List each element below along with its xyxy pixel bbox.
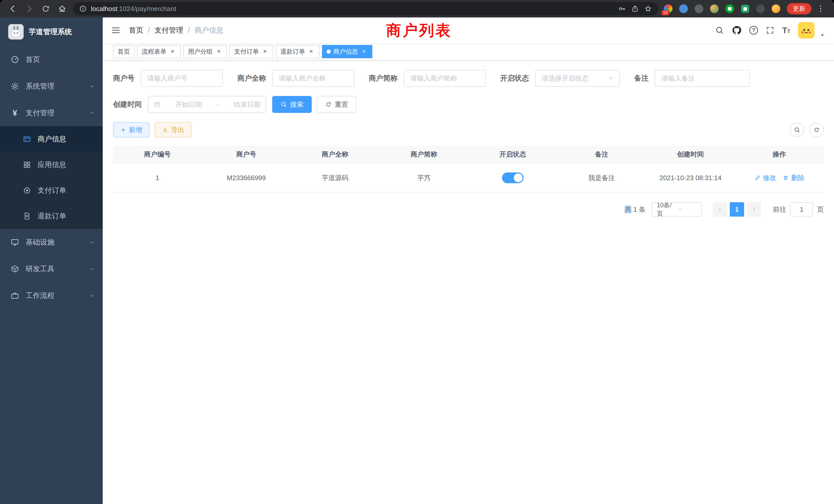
help-icon[interactable]: ? [749,26,758,35]
tab-close-icon[interactable]: × [169,48,176,55]
sidebar-collapse-icon[interactable] [111,25,121,35]
tab-pay-orders[interactable]: 支付订单× [229,45,273,58]
tags-view: 首页 流程表单× 用户分组× 支付订单× 退款订单× 商户信息× [103,43,834,61]
monitor-icon [10,238,20,247]
short-name-input[interactable] [404,70,486,87]
app-title: 芋道管理系统 [29,27,72,37]
refresh-icon [325,101,332,108]
delete-link[interactable]: 删除 [783,174,805,182]
chevron-down-icon [89,292,95,299]
search-button[interactable]: 搜索 [272,96,312,113]
extension-icon[interactable] [692,2,706,16]
chevron-down-icon [89,83,95,90]
sidebar-item-payment[interactable]: ¥ 支付管理 [0,99,103,126]
browser-back-button[interactable] [5,1,21,17]
cell-create-time: 2021-10-23 08:31:14 [646,163,735,193]
tab-close-icon[interactable]: × [261,48,269,55]
github-icon[interactable] [732,25,742,35]
extensions-bar: 10 [661,2,783,16]
tab-close-icon[interactable]: × [308,48,315,55]
sidebar-item-system[interactable]: 系统管理 [0,73,103,99]
status-select[interactable]: 请选择开启状态 [535,70,620,87]
extension-icon[interactable] [677,2,690,16]
status-toggle[interactable] [502,173,524,183]
sidebar-item-dev-tools[interactable]: 研发工具 [0,256,103,282]
cell-merchant-id: 1 [113,163,202,193]
share-icon[interactable] [631,5,639,13]
edit-link[interactable]: 修改 [754,174,776,182]
logo-rabbit-icon [8,24,24,40]
tab-refund-orders[interactable]: 退款订单× [276,45,320,58]
extension-icon[interactable]: 10 [661,2,675,16]
payment-submenu: 商户信息 应用信息 支付订单 退款订单 [0,126,103,229]
page-number-button[interactable]: 1 [730,202,744,216]
table-header-row: 商户编号 商户号 商户全称 商户简称 开启状态 备注 创建时间 操作 [113,146,824,163]
sidebar-item-merchant-info[interactable]: 商户信息 [0,126,103,152]
tab-merchant-info[interactable]: 商户信息× [322,45,372,58]
bookmark-star-icon[interactable] [644,5,652,13]
browser-update-button[interactable]: 更新 [787,3,811,14]
export-button[interactable]: 导出 [155,122,192,138]
cell-remark: 我是备注 [557,163,646,193]
create-time-range-picker[interactable]: 开始日期 - 结束日期 [148,96,266,113]
short-name-label: 商户简称 [369,73,397,83]
extension-icon[interactable] [723,2,737,16]
grid-icon [23,160,31,169]
sidebar-item-pay-orders[interactable]: 支付订单 [0,178,103,203]
avatar-caret-icon[interactable] [819,32,826,39]
add-button[interactable]: 新增 [113,122,150,138]
reset-button[interactable]: 重置 [317,96,356,113]
sidebar-item-workflow[interactable]: 工作流程 [0,282,103,309]
sidebar-item-home[interactable]: 首页 [0,46,103,73]
prev-page-button[interactable] [713,202,727,216]
tab-close-icon[interactable]: × [360,48,368,55]
extension-badge: 10 [661,10,669,16]
extension-icon[interactable] [739,2,752,16]
toggle-search-button[interactable] [790,123,804,137]
plus-icon [120,127,126,133]
search-icon[interactable] [715,26,724,35]
sidebar-item-refund-orders[interactable]: 退款订单 [0,203,103,229]
cell-short-name: 芋艿 [379,163,468,193]
app-logo: 芋道管理系统 [0,18,103,46]
remark-input[interactable] [655,70,750,87]
goto-page-input[interactable] [790,202,813,216]
tab-user-group[interactable]: 用户分组× [183,45,227,58]
merchant-no-input[interactable] [141,70,223,87]
sidebar-menu: 首页 系统管理 ¥ 支付管理 商户信息 [0,46,103,309]
extension-icon[interactable] [754,2,767,16]
tab-home[interactable]: 首页 [113,45,135,58]
tab-close-icon[interactable]: × [215,48,222,55]
extension-icon[interactable] [708,2,721,16]
address-bar[interactable]: localhost:1024/pay/merchant [73,2,658,16]
active-tab-dot [327,49,331,54]
refresh-icon [813,127,820,133]
browser-reload-button[interactable] [38,1,53,17]
page-size-select[interactable]: 10条/页 [652,202,702,216]
status-label: 开启状态 [500,73,529,83]
trash-icon [783,175,789,181]
breadcrumb-payment[interactable]: 支付管理 [155,25,183,35]
avatar[interactable] [798,22,814,39]
breadcrumb: 首页 / 支付管理 / 商户信息 [129,25,223,35]
briefcase-icon [10,291,20,300]
search-icon [794,127,800,133]
tab-process-form[interactable]: 流程表单× [137,45,181,58]
sidebar-item-app-info[interactable]: 应用信息 [0,152,103,178]
browser-forward-button[interactable] [22,1,37,17]
fullscreen-icon[interactable] [766,26,774,35]
breadcrumb-home[interactable]: 首页 [129,25,143,35]
edit-icon [754,175,761,181]
browser-home-button[interactable] [54,1,70,17]
card-icon [23,135,31,143]
refresh-table-button[interactable] [809,123,824,137]
next-page-button[interactable] [747,202,761,216]
extension-icon[interactable] [769,2,783,16]
sidebar-item-infrastructure[interactable]: 基础设施 [0,229,103,256]
create-time-label: 创建时间 [113,99,142,109]
font-size-icon[interactable]: TT [782,26,790,35]
full-name-input[interactable] [272,70,354,87]
browser-menu-icon[interactable] [814,3,827,15]
password-key-icon[interactable] [618,5,626,13]
site-info-icon[interactable] [79,5,87,13]
